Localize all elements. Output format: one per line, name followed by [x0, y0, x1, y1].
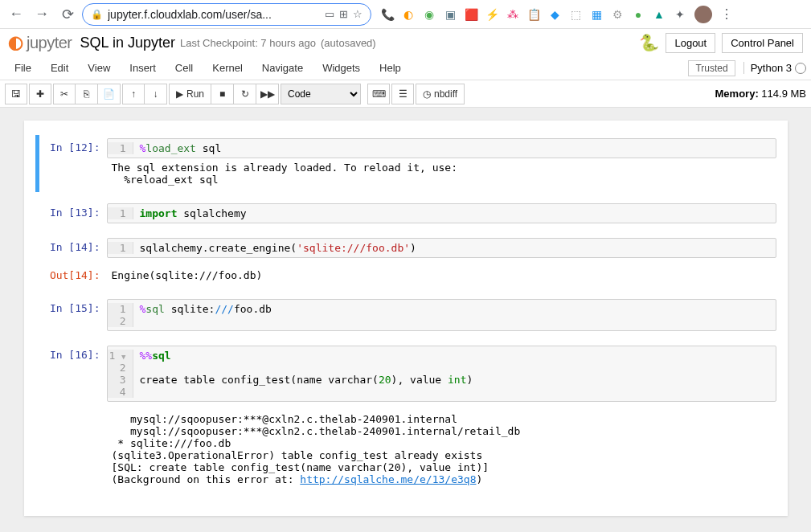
forward-button[interactable]: → [31, 3, 53, 26]
insert-cell-button[interactable]: ✚ [29, 84, 51, 104]
jupyter-logo[interactable]: ◐ jupyter [8, 32, 72, 53]
code-cell[interactable]: In [14]: 1sqlalchemy.create_engine('sqli… [35, 235, 776, 261]
profile-avatar[interactable] [694, 6, 712, 23]
memory-value: 114.9 MB [761, 88, 806, 100]
extensions-icon[interactable]: ✦ [674, 8, 686, 21]
jupyter-header: ◐ jupyter SQL in Jupyter Last Checkpoint… [0, 29, 811, 56]
menubar: File Edit View Insert Cell Kernel Naviga… [0, 56, 811, 80]
code-cell[interactable]: In [16]: 1 ▼%%sql23create table config_t… [35, 342, 776, 405]
cut-button[interactable]: ✂ [53, 84, 76, 104]
menu-insert[interactable]: Insert [120, 59, 166, 77]
move-up-button[interactable]: ↑ [122, 84, 145, 104]
input-prompt: In [13]: [39, 203, 107, 223]
input-prompt: In [16]: [39, 346, 107, 402]
lock-icon: 🔒 [91, 9, 103, 20]
memory-indicator: Memory: 114.9 MB [715, 88, 806, 100]
menu-help[interactable]: Help [370, 59, 411, 77]
output-row: Out[14]: Engine(sqlite:///foo.db) [35, 263, 776, 288]
menu-cell[interactable]: Cell [166, 59, 203, 77]
code-input[interactable]: 1%sql sqlite:///foo.db2 [107, 299, 776, 331]
cell-type-select[interactable]: Code [281, 84, 361, 104]
control-panel-button[interactable]: Control Panel [722, 33, 803, 53]
toolbar: 🖫 ✚ ✂ ⎘ 📄 ↑ ↓ ▶ Run ■ ↻ ▶▶ Code ⌨ ☰ ◷ nb… [0, 80, 811, 108]
move-down-button[interactable]: ↓ [145, 84, 167, 104]
ext-icon-1[interactable]: 📞 [381, 8, 394, 21]
restart-button[interactable]: ↻ [234, 84, 256, 104]
code-input[interactable]: 1 ▼%%sql23create table config_test(name … [107, 346, 776, 402]
notebook-name[interactable]: SQL in Jupyter [80, 35, 175, 51]
star-icon[interactable]: ☆ [353, 8, 362, 20]
checkpoint-status: Last Checkpoint: 7 hours ago [180, 37, 316, 49]
address-bar[interactable]: 🔒 jupyter.f.cloudxlab.com/user/sa... ▭ ⊞… [82, 3, 371, 26]
ext-icon-10[interactable]: ⬚ [569, 8, 582, 21]
input-prompt: In [12]: [39, 138, 107, 158]
output-row: mysql://sqoopuser:***@cxln2.c.thelab-240… [35, 407, 776, 492]
input-prompt: In [14]: [39, 238, 107, 258]
ext-icon-4[interactable]: ▣ [444, 8, 457, 21]
kernel-name: Python 3 [751, 62, 792, 74]
cell-output: mysql://sqoopuser:***@cxln2.c.thelab-240… [107, 410, 776, 489]
python-logo-icon: 🐍 [639, 33, 659, 52]
output-prompt: Out[14]: [39, 266, 107, 284]
interrupt-button[interactable]: ■ [211, 84, 234, 104]
menu-kernel[interactable]: Kernel [203, 59, 252, 77]
ext-icon-13[interactable]: ● [632, 8, 645, 21]
jupyter-logo-text: jupyter [27, 34, 72, 52]
ext-icon-5[interactable]: 🟥 [465, 8, 477, 21]
kernel-indicator[interactable]: Python 3 [743, 62, 806, 74]
toc-button[interactable]: ☰ [391, 84, 414, 104]
ext-icon-2[interactable]: ◐ [402, 8, 415, 21]
back-button[interactable]: ← [5, 3, 27, 26]
notebook-container: In [12]: 1%load_ext sql The sql extensio… [0, 108, 811, 532]
ext-icon-6[interactable]: ⚡ [485, 8, 498, 21]
cell-output: The sql extension is already loaded. To … [107, 158, 776, 189]
input-prompt: In [15]: [39, 299, 107, 331]
menu-view[interactable]: View [78, 59, 120, 77]
browser-menu-icon[interactable]: ⋮ [715, 6, 738, 22]
code-cell[interactable]: In [13]: 1import sqlalchemy [35, 200, 776, 227]
ext-icon-3[interactable]: ◉ [423, 8, 436, 21]
code-input[interactable]: 1%load_ext sql [107, 138, 776, 158]
notebook: In [12]: 1%load_ext sql The sql extensio… [24, 121, 788, 516]
extension-icons: 📞 ◐ ◉ ▣ 🟥 ⚡ ⁂ 📋 ◆ ⬚ ▦ ⚙ ● ▲ ✦ [381, 8, 686, 21]
memory-label: Memory: [715, 88, 759, 100]
command-palette-button[interactable]: ⌨ [367, 84, 390, 104]
run-button[interactable]: ▶ Run [169, 84, 211, 104]
url-text: jupyter.f.cloudxlab.com/user/sa... [108, 8, 320, 21]
trusted-indicator[interactable]: Trusted [688, 60, 735, 76]
logout-button[interactable]: Logout [666, 33, 715, 53]
menu-file[interactable]: File [5, 59, 41, 77]
save-button[interactable]: 🖫 [5, 84, 27, 104]
code-cell[interactable]: In [12]: 1%load_ext sql The sql extensio… [35, 135, 776, 192]
autosave-status: (autosaved) [321, 37, 376, 49]
ext-icon-9[interactable]: ◆ [548, 8, 561, 21]
browser-toolbar: ← → ⟳ 🔒 jupyter.f.cloudxlab.com/user/sa.… [0, 0, 811, 29]
install-icon[interactable]: ⊞ [339, 8, 348, 20]
reader-icon[interactable]: ▭ [325, 8, 334, 20]
ext-icon-14[interactable]: ▲ [653, 8, 666, 21]
code-input[interactable]: 1import sqlalchemy [107, 203, 776, 223]
restart-run-all-button[interactable]: ▶▶ [256, 84, 279, 104]
nbdiff-button[interactable]: ◷ nbdiff [416, 84, 465, 104]
copy-button[interactable]: ⎘ [76, 84, 98, 104]
kernel-status-icon [795, 63, 806, 74]
menu-widgets[interactable]: Widgets [313, 59, 370, 77]
reload-button[interactable]: ⟳ [56, 3, 79, 26]
menu-edit[interactable]: Edit [41, 59, 78, 77]
cell-output: Engine(sqlite:///foo.db) [107, 266, 776, 284]
ext-icon-12[interactable]: ⚙ [611, 8, 624, 21]
jupyter-logo-icon: ◐ [8, 32, 23, 53]
code-cell[interactable]: In [15]: 1%sql sqlite:///foo.db2 [35, 296, 776, 334]
ext-icon-7[interactable]: ⁂ [506, 8, 519, 21]
ext-icon-11[interactable]: ▦ [590, 8, 603, 21]
code-input[interactable]: 1sqlalchemy.create_engine('sqlite:///foo… [107, 238, 776, 258]
paste-button[interactable]: 📄 [98, 84, 121, 104]
menu-navigate[interactable]: Navigate [252, 59, 313, 77]
ext-icon-8[interactable]: 📋 [527, 8, 540, 21]
